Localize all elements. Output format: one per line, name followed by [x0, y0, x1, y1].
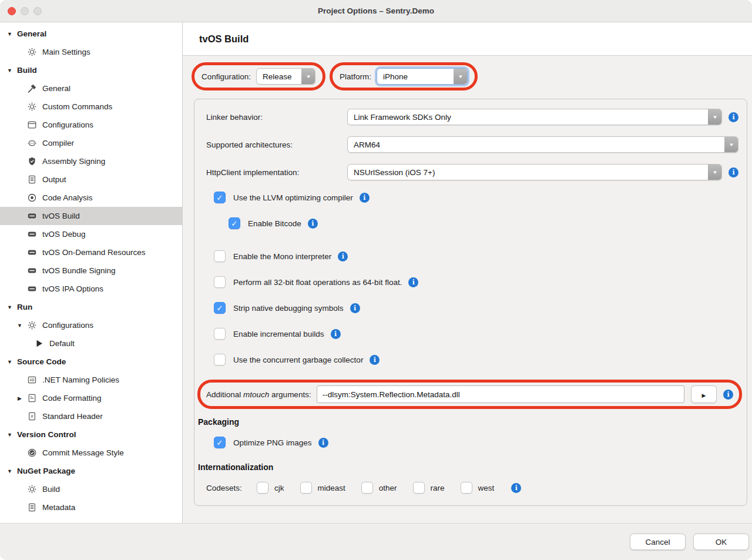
close-button[interactable] — [8, 7, 16, 15]
info-icon[interactable] — [728, 112, 738, 122]
codeset-label-text: other — [379, 484, 397, 492]
info-icon[interactable] — [723, 390, 733, 400]
sidebar-item-assembly-signing[interactable]: Assembly Signing — [0, 152, 182, 170]
sidebar-item-output[interactable]: Output — [0, 170, 182, 189]
sidebar-item-standard-header[interactable]: #Standard Header — [0, 407, 182, 425]
chevron-down-icon[interactable] — [454, 69, 467, 84]
sidebar-item-general[interactable]: General — [0, 25, 182, 43]
sidebar-item-label: Standard Header — [42, 412, 103, 421]
chevron-down-icon[interactable] — [708, 109, 721, 125]
sidebar-item-default[interactable]: Default — [0, 334, 182, 353]
sidebar-item-configurations[interactable]: Configurations — [0, 316, 182, 334]
chevron-down-icon[interactable] — [301, 69, 315, 84]
sidebar-item-run[interactable]: Run — [0, 298, 182, 316]
sidebar-item-code-analysis[interactable]: Code Analysis — [0, 189, 182, 207]
checkbox-row-perform-all-32-bit-float-operations-as-64-bit-float: Perform all 32-bit float operations as 6… — [203, 276, 738, 288]
sidebar-item-label: tvOS Build — [42, 212, 80, 220]
disclosure-down-icon[interactable] — [6, 304, 14, 310]
field-row-supported-architectures: Supported architectures:ARM64 — [203, 136, 738, 153]
checkbox-west[interactable] — [461, 482, 472, 494]
sidebar-item-label: Metadata — [42, 503, 75, 512]
checkbox-rare[interactable] — [413, 482, 425, 494]
info-icon[interactable] — [338, 252, 348, 261]
dropdown-value: ARM64 — [348, 137, 724, 152]
platform-dropdown[interactable]: iPhone — [377, 68, 468, 85]
tv-icon — [27, 284, 37, 294]
mtouch-arguments-input[interactable] — [317, 385, 684, 403]
sidebar-item-metadata[interactable]: Metadata — [0, 498, 182, 517]
sidebar-item-configurations[interactable]: Configurations — [0, 116, 182, 134]
sidebar-item-source-code[interactable]: Source Code — [0, 353, 182, 371]
checkbox-label: Enable incremental builds — [233, 330, 324, 338]
hash-icon: # — [27, 411, 37, 421]
sidebar-item-code-formatting[interactable]: Code Formatting — [0, 389, 182, 407]
sidebar-item-tvos-bundle-signing[interactable]: tvOS Bundle Signing — [0, 261, 182, 280]
chevron-down-icon[interactable] — [708, 165, 721, 180]
codesets-label: Codesets: — [206, 484, 257, 492]
sidebar-item-label: Compiler — [42, 139, 74, 147]
disclosure-down-icon[interactable] — [6, 31, 14, 37]
codeset-cjk: cjk — [257, 482, 284, 494]
gear-icon — [27, 47, 37, 57]
sidebar-item-build[interactable]: Build — [0, 61, 182, 79]
supported-architectures-dropdown[interactable]: ARM64 — [347, 136, 738, 153]
sidebar-item-tvos-on-demand-resources[interactable]: tvOS On-Demand Resources — [0, 243, 182, 261]
info-icon[interactable] — [318, 438, 328, 448]
checkbox-perform-all-32-bit-float-operations-as-64-bit-float[interactable] — [214, 276, 226, 288]
codeset-west: west — [461, 482, 495, 494]
commit-icon — [27, 448, 37, 458]
checkbox-mideast[interactable] — [300, 482, 312, 494]
sidebar-item-custom-commands[interactable]: Custom Commands — [0, 98, 182, 116]
info-icon[interactable] — [408, 277, 418, 287]
ok-button[interactable]: OK — [693, 534, 749, 550]
sidebar-item-label: Source Code — [17, 357, 66, 366]
disclosure-down-icon[interactable] — [6, 68, 14, 73]
info-icon[interactable] — [350, 303, 360, 313]
zoom-button[interactable] — [33, 7, 42, 15]
info-icon[interactable] — [360, 193, 370, 203]
dropdown-value: NSUrlSession (iOS 7+) — [348, 165, 708, 180]
disclosure-down-icon[interactable] — [16, 323, 24, 328]
sidebar-item-nuget-package[interactable]: NuGet Package — [0, 462, 182, 480]
info-icon[interactable] — [308, 219, 318, 229]
sidebar-item-label: Build — [17, 66, 37, 75]
checkbox-strip-native-debugging-symbols[interactable] — [214, 302, 226, 314]
checkbox-enable-the-mono-interpreter[interactable] — [214, 250, 226, 262]
minimize-button[interactable] — [21, 7, 29, 15]
sidebar-item-build[interactable]: Build — [0, 480, 182, 498]
sidebar-item-general[interactable]: General — [0, 79, 182, 98]
configuration-dropdown[interactable]: Release — [256, 68, 315, 85]
chevron-down-icon[interactable] — [724, 137, 738, 152]
sidebar-item-commit-message-style[interactable]: Commit Message Style — [0, 444, 182, 462]
checkbox-row-strip-native-debugging-symbols: Strip native debugging symbols — [203, 302, 738, 314]
sidebar-item-label: General — [42, 84, 70, 93]
sidebar-item-version-control[interactable]: Version Control — [0, 425, 182, 444]
checkbox-use-the-llvm-optimizing-compiler[interactable] — [214, 192, 226, 203]
disclosure-right-icon[interactable] — [16, 395, 24, 401]
linker-behavior-dropdown[interactable]: Link Framework SDKs Only — [347, 109, 722, 125]
info-icon[interactable] — [511, 483, 521, 493]
httpclient-implementation-dropdown[interactable]: NSUrlSession (iOS 7+) — [347, 164, 722, 180]
checkbox-enable-incremental-builds[interactable] — [214, 328, 226, 340]
sidebar-item-tvos-debug[interactable]: tvOS Debug — [0, 225, 182, 243]
expand-arguments-button[interactable] — [691, 385, 717, 403]
sidebar-item-tvos-ipa-options[interactable]: tvOS IPA Options — [0, 280, 182, 298]
checkbox-row-enable-bitcode: Enable Bitcode — [203, 217, 738, 229]
disclosure-down-icon[interactable] — [6, 359, 14, 365]
sidebar-item-net-naming-policies[interactable]: AB.NET Naming Policies — [0, 371, 182, 389]
info-icon[interactable] — [370, 355, 380, 365]
checkbox-other[interactable] — [361, 482, 373, 494]
checkbox-use-the-concurrent-garbage-collector[interactable] — [214, 354, 226, 365]
svg-text:AB: AB — [29, 378, 35, 382]
disclosure-down-icon[interactable] — [6, 468, 14, 474]
sidebar-item-main-settings[interactable]: Main Settings — [0, 43, 182, 61]
checkbox-cjk[interactable] — [257, 482, 268, 494]
checkbox-enable-bitcode[interactable] — [229, 217, 240, 229]
checkbox-optimize-png-images[interactable] — [214, 437, 226, 448]
disclosure-down-icon[interactable] — [6, 432, 14, 438]
sidebar-item-tvos-build[interactable]: tvOS Build — [0, 207, 182, 225]
info-icon[interactable] — [331, 329, 341, 339]
info-icon[interactable] — [728, 167, 738, 177]
sidebar-item-compiler[interactable]: Compiler — [0, 134, 182, 152]
cancel-button[interactable]: Cancel — [630, 534, 686, 550]
